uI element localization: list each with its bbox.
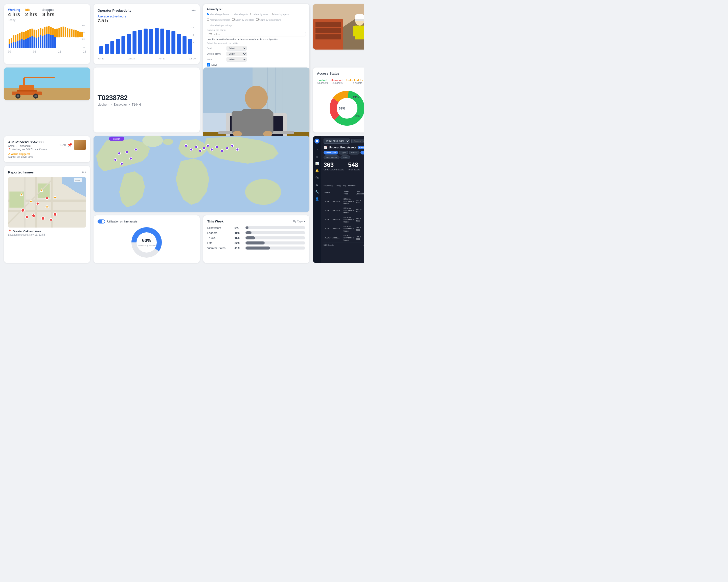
filter-btn-2[interactable]: Period <box>349 151 360 154</box>
svg-rect-25 <box>52 35 54 48</box>
svg-rect-9 <box>19 41 21 48</box>
asset-alarm-right: 10.40 📌 <box>59 140 86 150</box>
th-asset-type: Asset Type <box>342 188 355 197</box>
productivity-card: Operator Productivity ••• Average active… <box>94 4 200 64</box>
productivity-header: Operator Productivity ••• <box>98 8 196 12</box>
nav-bell-icon[interactable]: 🔔 <box>315 169 319 172</box>
analytics-table-body: XLWDT1836G15... DT163 - Distribution tra… <box>323 197 364 243</box>
alarm-checkboxes-row: Alarm by geofence Alarm by point Alarm b… <box>207 12 306 27</box>
alarm-sms-label: SMS: <box>207 58 225 61</box>
alarm-inputs[interactable]: Alarm by inputs <box>270 12 289 16</box>
alarm-movement[interactable]: Alarm by movement <box>207 18 230 21</box>
analytics-main: Entire Fleet (548) 📈 Underutilized Asset… <box>321 136 364 263</box>
nav-arrow-icon[interactable]: › <box>316 147 318 151</box>
utilization-toggle[interactable] <box>98 220 105 224</box>
cat-label-3: Lifts <box>207 242 233 245</box>
alarm-unit-checkbox[interactable] <box>232 18 235 21</box>
svg-point-146 <box>203 147 205 149</box>
stat-underutilized-num: 363 <box>323 161 344 168</box>
alarm-voltage-checkbox[interactable] <box>207 24 209 26</box>
by-type-button[interactable]: By Type ▾ <box>293 220 305 223</box>
idle-value: 2 hrs <box>25 11 37 18</box>
prev-page-btn[interactable]: < <box>363 244 364 246</box>
alarm-system-select[interactable]: Select <box>227 52 247 56</box>
asset-type: Excavator <box>113 103 127 106</box>
stopped-status: Stopped 8 hrs <box>43 8 55 18</box>
alarm-point[interactable]: Alarm by point <box>231 12 249 16</box>
svg-rect-42 <box>40 28 41 35</box>
alarm-temperature-checkbox[interactable] <box>256 18 259 21</box>
unlocked-pct-text: 21% <box>353 96 359 99</box>
nav-chart-icon[interactable]: 📊 <box>315 162 319 166</box>
svg-rect-59 <box>75 30 77 37</box>
td-name-1: XLWDT1836G15... <box>323 206 342 215</box>
reported-more-icon[interactable]: ••• <box>82 170 86 174</box>
svg-rect-62 <box>81 32 83 37</box>
filter-btn-5[interactable]: Zone <box>340 155 349 159</box>
svg-rect-71 <box>121 36 125 54</box>
locked-pct-text: 63% <box>339 106 345 110</box>
svg-rect-35 <box>25 31 27 39</box>
worker-photo-bg <box>313 4 364 50</box>
svg-point-143 <box>190 148 192 151</box>
svg-rect-4 <box>8 44 10 48</box>
bar-fill-4 <box>245 247 270 250</box>
alarm-unit[interactable]: Alarm by unit state <box>232 18 254 21</box>
filter-btn-0[interactable]: Asset Type <box>323 151 338 154</box>
alarm-movement-checkbox[interactable] <box>207 18 209 21</box>
alarm-sms-select[interactable]: Select <box>227 57 247 62</box>
bar-track-0 <box>245 226 305 229</box>
filter-btn-3[interactable]: Last 7 days <box>361 151 364 154</box>
nav-user-icon[interactable]: 👤 <box>315 197 319 201</box>
productivity-more-icon[interactable]: ••• <box>191 8 196 12</box>
svg-rect-81 <box>177 34 181 54</box>
alarm-zone-checkbox[interactable] <box>251 12 253 15</box>
svg-rect-24 <box>50 35 52 48</box>
svg-point-174 <box>42 217 45 220</box>
svg-rect-95 <box>355 19 364 21</box>
svg-text:8: 8 <box>192 34 194 36</box>
alarm-zone[interactable]: Alarm by zone <box>251 12 268 16</box>
svg-rect-58 <box>73 30 75 37</box>
svg-rect-123 <box>232 111 243 134</box>
svg-text:Scale: Scale <box>75 179 80 181</box>
alarm-temperature[interactable]: Alarm by temperature <box>256 18 281 21</box>
fleet-select[interactable]: Entire Fleet (548) <box>323 138 350 144</box>
svg-text:20: 20 <box>82 38 85 40</box>
svg-rect-32 <box>19 33 21 41</box>
filter-btn-1[interactable]: Type <box>339 151 348 154</box>
productivity-chart: 12 8 4 0 <box>98 26 196 56</box>
svg-rect-82 <box>182 36 186 54</box>
alarm-name-input[interactable] <box>207 32 306 36</box>
asset-alarm-time: 10.40 <box>59 144 66 146</box>
svg-rect-73 <box>132 31 136 54</box>
access-title: Access Status <box>317 72 339 76</box>
alarm-active-checkbox[interactable] <box>207 63 210 67</box>
nav-map-icon[interactable]: 🗺 <box>315 176 318 179</box>
nav-settings-icon[interactable]: ⚙ <box>316 183 318 186</box>
nav-tools-icon[interactable]: 🔧 <box>315 190 319 194</box>
nav-home-icon[interactable]: ⌂ <box>316 155 318 158</box>
alarm-inputs-checkbox[interactable] <box>270 12 272 15</box>
alarm-geofence-checkbox[interactable] <box>207 12 209 15</box>
alarm-geofence[interactable]: Alarm by geofence <box>207 12 229 16</box>
alarm-email-select[interactable]: Select <box>227 46 247 51</box>
svg-point-107 <box>17 95 19 97</box>
reported-issues-card: Reported Issues ••• <box>4 166 90 263</box>
svg-point-144 <box>195 146 198 148</box>
svg-point-142 <box>185 144 187 147</box>
stopped-label: Stopped <box>43 8 55 11</box>
alarm-point-checkbox[interactable] <box>231 12 233 15</box>
fleet-search-input[interactable] <box>352 139 364 143</box>
asset-brand: Liebherr <box>98 103 109 106</box>
svg-rect-50 <box>56 29 58 37</box>
svg-point-140 <box>121 162 123 165</box>
svg-text:0: 0 <box>192 52 194 54</box>
svg-point-153 <box>236 148 239 151</box>
svg-rect-83 <box>188 39 192 54</box>
svg-rect-54 <box>65 27 66 37</box>
avg-label: Average active hours <box>98 15 196 18</box>
alarm-input-voltage[interactable]: Alarm by input voltage <box>207 24 232 27</box>
filter-btn-4[interactable]: Hour interval <box>323 155 339 159</box>
svg-point-149 <box>216 146 218 148</box>
